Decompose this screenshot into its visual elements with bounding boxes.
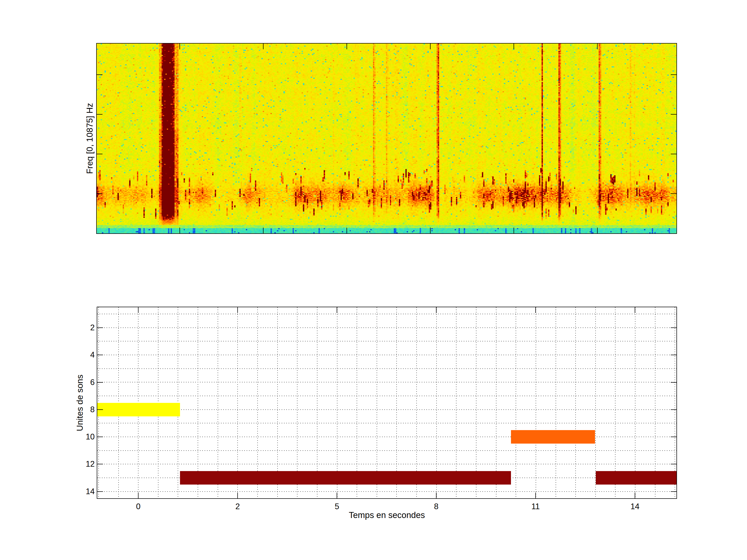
grid-line-horizontal	[97, 314, 676, 314]
grid-line-vertical	[496, 307, 496, 498]
y-tick-label: 8	[77, 404, 95, 415]
grid-line-vertical	[456, 307, 457, 498]
tick-mark	[346, 228, 347, 233]
y-tick-label: 14	[77, 486, 95, 497]
y-tick-label: 10	[77, 432, 95, 442]
bottom-plot-xlabel: Temps en secondes	[349, 510, 425, 520]
tick-mark	[635, 492, 635, 498]
tick-mark	[263, 228, 263, 233]
spectrogram-plot-frame	[96, 43, 677, 234]
tick-mark	[671, 382, 676, 383]
segment-bar	[180, 471, 511, 485]
grid-line-horizontal	[97, 327, 676, 328]
top-plot-ylabel: Freq [0, 10875] Hz	[85, 103, 95, 174]
grid-line-vertical	[516, 307, 516, 498]
tick-mark	[179, 44, 180, 49]
tick-mark	[514, 44, 514, 49]
tick-mark	[430, 228, 431, 233]
grid-line-vertical	[277, 307, 278, 498]
tick-mark	[535, 307, 536, 313]
grid-line-horizontal	[97, 368, 676, 369]
x-tick-label: 8	[426, 501, 447, 512]
tick-mark	[597, 44, 598, 49]
tick-mark	[514, 228, 514, 233]
tick-mark	[97, 464, 103, 464]
grid-line-vertical	[536, 307, 536, 498]
tick-mark	[97, 355, 103, 355]
tick-mark	[237, 492, 238, 498]
grid-line-vertical	[436, 307, 437, 498]
segment-bar	[97, 403, 180, 417]
tick-mark	[337, 492, 337, 498]
grid-line-vertical	[317, 307, 317, 498]
tick-mark	[97, 382, 103, 383]
grid-line-vertical	[357, 307, 357, 498]
tick-mark	[671, 436, 676, 437]
grid-line-vertical	[655, 307, 655, 498]
tick-mark	[237, 307, 238, 313]
grid-line-horizontal	[97, 491, 676, 492]
tick-mark	[635, 307, 635, 313]
tick-mark	[597, 228, 598, 233]
tick-mark	[671, 327, 676, 328]
tick-mark	[138, 307, 138, 313]
tick-mark	[179, 228, 180, 233]
x-tick-label: 0	[128, 501, 149, 512]
tick-mark	[671, 74, 676, 75]
grid-line-horizontal	[97, 382, 676, 382]
grid-line-horizontal	[97, 464, 676, 464]
grid-line-vertical	[297, 307, 298, 498]
tick-mark	[337, 307, 337, 313]
segment-bar	[596, 471, 676, 485]
grid-line-horizontal	[97, 355, 676, 355]
tick-mark	[671, 193, 676, 194]
grid-line-vertical	[377, 307, 377, 498]
y-tick-label: 6	[77, 377, 95, 388]
tick-mark	[671, 464, 676, 464]
tick-mark	[671, 114, 676, 114]
tick-mark	[138, 492, 138, 498]
tick-mark	[97, 193, 102, 194]
segmentation-plot	[97, 307, 677, 499]
grid-line-horizontal	[97, 396, 676, 396]
grid-line-vertical	[198, 307, 198, 498]
grid-line-horizontal	[97, 423, 676, 423]
tick-mark	[263, 44, 263, 49]
tick-mark	[535, 492, 536, 498]
tick-mark	[346, 44, 347, 49]
tick-mark	[436, 492, 437, 498]
tick-mark	[671, 154, 676, 154]
tick-mark	[97, 491, 103, 492]
y-tick-label: 12	[77, 459, 95, 469]
tick-mark	[430, 44, 431, 49]
grid-line-vertical	[575, 307, 576, 498]
grid-line-horizontal	[97, 450, 676, 451]
grid-line-vertical	[615, 307, 616, 498]
grid-line-vertical	[476, 307, 476, 498]
grid-line-vertical	[237, 307, 238, 498]
grid-line-vertical	[595, 307, 596, 498]
matlab-figure: Freq [0, 10875] Hz Unites de sons Temps …	[0, 0, 747, 560]
y-tick-label: 4	[77, 350, 95, 360]
x-tick-label: 2	[227, 501, 248, 512]
grid-line-vertical	[416, 307, 417, 498]
tick-mark	[97, 114, 102, 114]
grid-line-vertical	[217, 307, 218, 498]
tick-mark	[97, 409, 103, 410]
tick-mark	[97, 436, 103, 437]
tick-mark	[97, 327, 103, 328]
tick-mark	[97, 154, 102, 154]
tick-mark	[671, 355, 676, 355]
y-tick-label: 2	[77, 322, 95, 333]
grid-line-vertical	[556, 307, 556, 498]
x-tick-label: 11	[525, 501, 546, 512]
x-tick-label: 5	[327, 501, 347, 512]
grid-line-vertical	[635, 307, 636, 498]
grid-line-vertical	[396, 307, 397, 498]
grid-line-vertical	[257, 307, 258, 498]
grid-line-horizontal	[97, 409, 676, 410]
segment-bar	[511, 430, 595, 444]
grid-line-horizontal	[97, 341, 676, 342]
x-tick-label: 14	[624, 501, 645, 512]
grid-line-vertical	[337, 307, 337, 498]
